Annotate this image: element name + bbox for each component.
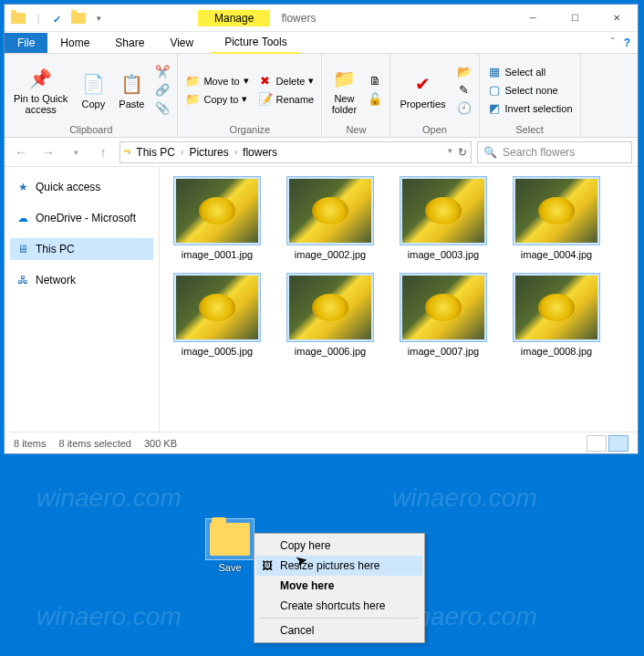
- easy-access-button[interactable]: 🔓: [366, 91, 384, 108]
- file-item[interactable]: image_0005.jpg: [169, 273, 265, 357]
- forward-button[interactable]: →: [37, 141, 59, 163]
- properties-check-icon[interactable]: [50, 10, 67, 26]
- chevron-right-icon[interactable]: ›: [128, 147, 130, 157]
- dropdown-icon[interactable]: ▾: [448, 146, 452, 159]
- selection-size: 300 KB: [144, 438, 177, 449]
- address-field[interactable]: › This PC › Pictures › flowers ▾ ↻: [119, 141, 472, 163]
- ctx-move-here[interactable]: Move here: [256, 576, 422, 596]
- copyto-icon: 📁: [185, 92, 200, 107]
- ctx-resize-here[interactable]: 🖼 Resize pictures here: [256, 556, 422, 576]
- new-folder-button[interactable]: 📁 New folder: [327, 64, 360, 117]
- tab-share[interactable]: Share: [102, 33, 157, 53]
- window-title: flowers: [281, 12, 316, 25]
- new-item-button[interactable]: 🗎: [366, 73, 384, 89]
- properties-button[interactable]: ✔ Properties: [396, 69, 449, 111]
- selected-count: 8 items selected: [58, 438, 130, 449]
- pc-icon: 🖥: [16, 242, 30, 256]
- tab-file[interactable]: File: [5, 33, 47, 53]
- chevron-right-icon[interactable]: ›: [181, 147, 183, 157]
- copy-icon: 📄: [80, 71, 106, 97]
- refresh-icon[interactable]: ↻: [458, 146, 467, 159]
- nav-network[interactable]: 🖧Network: [10, 269, 153, 291]
- file-item[interactable]: image_0002.jpg: [282, 176, 379, 260]
- context-tab[interactable]: Manage: [198, 10, 270, 26]
- file-item[interactable]: image_0004.jpg: [508, 176, 605, 260]
- file-item[interactable]: image_0008.jpg: [508, 273, 605, 357]
- nav-onedrive[interactable]: ☁OneDrive - Microsoft: [10, 207, 153, 229]
- breadcrumb-flowers[interactable]: flowers: [241, 146, 279, 159]
- paste-label: Paste: [119, 99, 144, 109]
- quick-access-toolbar: | ▾: [5, 10, 107, 26]
- edit-icon: ✎: [457, 83, 472, 98]
- star-icon: ★: [16, 180, 30, 194]
- network-icon: 🖧: [16, 273, 30, 287]
- status-bar: 8 items 8 items selected 300 KB: [5, 432, 638, 453]
- nav-thispc[interactable]: 🖥This PC: [10, 238, 153, 260]
- invert-selection-button[interactable]: ◩Invert selection: [485, 100, 575, 117]
- chevron-right-icon[interactable]: ›: [234, 147, 237, 157]
- dropdown-icon[interactable]: ▾: [90, 10, 107, 26]
- cut-button[interactable]: ✂️: [153, 64, 171, 80]
- resize-icon: 🖼: [260, 558, 275, 573]
- breadcrumb-pictures[interactable]: Pictures: [187, 146, 230, 159]
- file-item[interactable]: image_0003.jpg: [395, 176, 492, 260]
- copy-button[interactable]: 📄 Copy: [77, 69, 109, 111]
- organize-group-label: Organize: [183, 122, 316, 135]
- copyto-button[interactable]: 📁Copy to ▾: [183, 91, 250, 108]
- copy-path-button[interactable]: 🔗: [153, 82, 171, 99]
- easy-access-icon: 🔓: [368, 92, 382, 107]
- open-button[interactable]: 📂: [455, 64, 473, 80]
- thumbnail: [513, 273, 600, 342]
- path-icon: 🔗: [155, 83, 170, 98]
- cloud-icon: ☁: [16, 211, 30, 225]
- ctx-copy-here[interactable]: Copy here: [256, 536, 422, 556]
- file-name: image_0005.jpg: [182, 346, 253, 357]
- select-all-button[interactable]: ▦Select all: [485, 64, 575, 80]
- rename-button[interactable]: 📝Rename: [256, 91, 317, 108]
- navigation-pane: ★Quick access ☁OneDrive - Microsoft 🖥Thi…: [5, 167, 160, 432]
- file-item[interactable]: image_0006.jpg: [282, 273, 379, 357]
- history-button[interactable]: 🕘: [455, 100, 473, 117]
- select-none-button[interactable]: ▢Select none: [485, 82, 575, 99]
- tab-view[interactable]: View: [157, 33, 206, 53]
- edit-button[interactable]: ✎: [455, 82, 473, 99]
- paste-shortcut-button[interactable]: 📎: [153, 100, 171, 117]
- recent-button[interactable]: ▾: [65, 141, 87, 163]
- delete-button[interactable]: ✖Delete ▾: [256, 73, 317, 89]
- ctx-cancel[interactable]: Cancel: [256, 620, 422, 640]
- file-list[interactable]: image_0001.jpgimage_0002.jpgimage_0003.j…: [160, 167, 638, 432]
- pin-quick-access-button[interactable]: 📌 Pin to Quick access: [10, 64, 71, 117]
- nav-quick-access[interactable]: ★Quick access: [10, 176, 153, 198]
- file-name: image_0008.jpg: [521, 346, 592, 357]
- file-name: image_0003.jpg: [408, 249, 479, 260]
- collapse-ribbon-icon[interactable]: ˆ: [611, 36, 615, 49]
- view-details-button[interactable]: [587, 435, 607, 452]
- file-name: image_0006.jpg: [295, 346, 366, 357]
- paste-button[interactable]: 📋 Paste: [115, 69, 148, 111]
- moveto-button[interactable]: 📁Move to ▾: [183, 73, 250, 89]
- up-button[interactable]: ↑: [92, 141, 114, 163]
- breadcrumb-thispc[interactable]: This PC: [134, 146, 177, 159]
- watermark: winaero.com: [392, 484, 537, 513]
- file-item[interactable]: image_0001.jpg: [169, 176, 265, 260]
- explorer-body: ★Quick access ☁OneDrive - Microsoft 🖥Thi…: [5, 167, 638, 432]
- tab-home[interactable]: Home: [47, 33, 102, 53]
- pin-label: Pin to Quick access: [14, 93, 68, 115]
- close-button[interactable]: ✕: [596, 5, 638, 31]
- folder-icon: [210, 523, 250, 556]
- new-item-icon: 🗎: [368, 74, 382, 89]
- tab-picture-tools[interactable]: Picture Tools: [212, 32, 299, 54]
- search-box[interactable]: 🔍 Search flowers: [477, 141, 632, 163]
- file-item[interactable]: image_0007.jpg: [395, 273, 492, 357]
- folder-icon[interactable]: [70, 10, 87, 26]
- help-icon[interactable]: ?: [624, 36, 630, 49]
- maximize-button[interactable]: ☐: [554, 5, 596, 31]
- select-all-icon: ▦: [487, 65, 502, 79]
- cut-icon: ✂️: [155, 65, 170, 79]
- view-large-icons-button[interactable]: [608, 435, 628, 452]
- select-none-icon: ▢: [487, 83, 502, 98]
- back-button[interactable]: ←: [10, 141, 32, 163]
- minimize-button[interactable]: ─: [512, 5, 554, 31]
- tab-strip: File Home Share View Picture Tools ˆ ?: [5, 32, 638, 54]
- ctx-create-shortcuts[interactable]: Create shortcuts here: [256, 596, 422, 616]
